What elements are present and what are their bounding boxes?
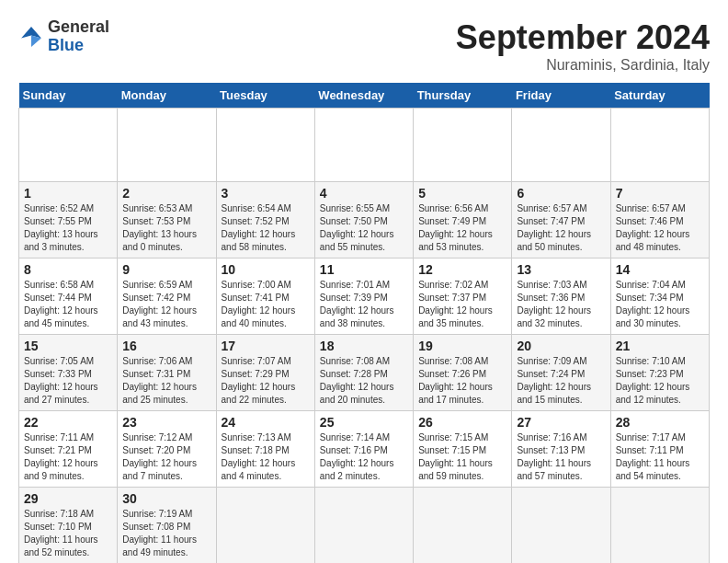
day-info: Sunrise: 6:54 AMSunset: 7:52 PMDaylight:… (222, 202, 310, 254)
day-info: Sunrise: 6:53 AMSunset: 7:53 PMDaylight:… (122, 202, 210, 254)
day-info: Sunrise: 7:11 AMSunset: 7:21 PMDaylight:… (24, 431, 112, 483)
calendar-day: 21Sunrise: 7:10 AMSunset: 7:23 PMDayligh… (610, 335, 709, 411)
weekday-header-thursday: Thursday (414, 83, 512, 109)
location: Nuraminis, Sardinia, Italy (456, 57, 710, 74)
day-number: 18 (320, 339, 408, 353)
day-info: Sunrise: 7:17 AMSunset: 7:11 PMDaylight:… (616, 431, 704, 483)
day-number: 20 (517, 339, 605, 353)
calendar-day: 3Sunrise: 6:54 AMSunset: 7:52 PMDaylight… (216, 182, 314, 259)
calendar-day (414, 488, 512, 564)
calendar-day: 14Sunrise: 7:04 AMSunset: 7:34 PMDayligh… (610, 259, 709, 335)
day-info: Sunrise: 6:56 AMSunset: 7:49 PMDaylight:… (418, 202, 506, 254)
day-number: 15 (24, 339, 112, 353)
calendar-day (314, 488, 413, 564)
day-info: Sunrise: 7:09 AMSunset: 7:24 PMDaylight:… (517, 355, 605, 407)
day-info: Sunrise: 7:14 AMSunset: 7:16 PMDaylight:… (320, 431, 408, 483)
calendar-day: 4Sunrise: 6:55 AMSunset: 7:50 PMDaylight… (314, 182, 413, 259)
day-info: Sunrise: 6:55 AMSunset: 7:50 PMDaylight:… (320, 202, 408, 254)
day-number: 16 (122, 339, 210, 353)
day-number: 17 (222, 339, 310, 353)
day-info: Sunrise: 7:08 AMSunset: 7:28 PMDaylight:… (320, 355, 408, 407)
day-number: 7 (616, 186, 704, 201)
weekday-header-monday: Monday (118, 83, 216, 109)
calendar-day: 11Sunrise: 7:01 AMSunset: 7:39 PMDayligh… (314, 259, 413, 335)
day-info: Sunrise: 7:02 AMSunset: 7:37 PMDaylight:… (418, 279, 506, 330)
calendar-table: SundayMondayTuesdayWednesdayThursdayFrid… (18, 83, 710, 563)
day-number: 19 (418, 339, 506, 353)
day-number: 2 (122, 186, 210, 201)
calendar-day: 7Sunrise: 6:57 AMSunset: 7:46 PMDaylight… (610, 182, 709, 259)
day-number: 28 (616, 415, 704, 430)
day-number: 8 (24, 262, 112, 277)
calendar-day: 22Sunrise: 7:11 AMSunset: 7:21 PMDayligh… (19, 411, 118, 488)
calendar-day: 30Sunrise: 7:19 AMSunset: 7:08 PMDayligh… (118, 488, 216, 564)
day-number: 13 (517, 262, 605, 277)
weekday-header-tuesday: Tuesday (216, 83, 314, 109)
day-info: Sunrise: 6:58 AMSunset: 7:44 PMDaylight:… (24, 279, 112, 330)
day-number: 25 (320, 415, 408, 430)
calendar-week-4: 15Sunrise: 7:05 AMSunset: 7:33 PMDayligh… (19, 335, 710, 411)
day-number: 10 (222, 262, 310, 277)
day-number: 9 (122, 262, 210, 277)
day-info: Sunrise: 7:01 AMSunset: 7:39 PMDaylight:… (320, 279, 408, 330)
day-info: Sunrise: 7:13 AMSunset: 7:18 PMDaylight:… (222, 431, 310, 483)
calendar-day: 13Sunrise: 7:03 AMSunset: 7:36 PMDayligh… (512, 259, 610, 335)
calendar-day: 6Sunrise: 6:57 AMSunset: 7:47 PMDaylight… (512, 182, 610, 259)
calendar-day (610, 488, 709, 564)
day-info: Sunrise: 7:12 AMSunset: 7:20 PMDaylight:… (122, 431, 210, 483)
day-number: 29 (24, 491, 112, 506)
day-info: Sunrise: 6:59 AMSunset: 7:42 PMDaylight:… (122, 279, 210, 330)
calendar-day (610, 109, 709, 182)
day-info: Sunrise: 6:57 AMSunset: 7:47 PMDaylight:… (517, 202, 605, 254)
day-info: Sunrise: 7:10 AMSunset: 7:23 PMDaylight:… (616, 355, 704, 407)
day-info: Sunrise: 7:15 AMSunset: 7:15 PMDaylight:… (418, 431, 506, 483)
day-number: 5 (418, 186, 506, 201)
calendar-day: 23Sunrise: 7:12 AMSunset: 7:20 PMDayligh… (118, 411, 216, 488)
day-number: 30 (122, 491, 210, 506)
calendar-day: 15Sunrise: 7:05 AMSunset: 7:33 PMDayligh… (19, 335, 118, 411)
calendar-day: 28Sunrise: 7:17 AMSunset: 7:11 PMDayligh… (610, 411, 709, 488)
day-number: 6 (517, 186, 605, 201)
calendar-day (118, 109, 216, 182)
day-number: 14 (616, 262, 704, 277)
day-info: Sunrise: 7:18 AMSunset: 7:10 PMDaylight:… (24, 508, 112, 559)
calendar-day: 16Sunrise: 7:06 AMSunset: 7:31 PMDayligh… (118, 335, 216, 411)
calendar-day: 5Sunrise: 6:56 AMSunset: 7:49 PMDaylight… (414, 182, 512, 259)
calendar-week-1 (19, 109, 710, 182)
calendar-week-3: 8Sunrise: 6:58 AMSunset: 7:44 PMDaylight… (19, 259, 710, 335)
day-info: Sunrise: 6:57 AMSunset: 7:46 PMDaylight:… (616, 202, 704, 254)
day-info: Sunrise: 6:52 AMSunset: 7:55 PMDaylight:… (24, 202, 112, 254)
calendar-day: 24Sunrise: 7:13 AMSunset: 7:18 PMDayligh… (216, 411, 314, 488)
calendar-day: 12Sunrise: 7:02 AMSunset: 7:37 PMDayligh… (414, 259, 512, 335)
page-header: General Blue September 2024 Nuraminis, S… (18, 18, 710, 74)
calendar-day: 29Sunrise: 7:18 AMSunset: 7:10 PMDayligh… (19, 488, 118, 564)
calendar-day: 18Sunrise: 7:08 AMSunset: 7:28 PMDayligh… (314, 335, 413, 411)
day-number: 23 (122, 415, 210, 430)
calendar-day (216, 109, 314, 182)
calendar-day: 17Sunrise: 7:07 AMSunset: 7:29 PMDayligh… (216, 335, 314, 411)
day-info: Sunrise: 7:16 AMSunset: 7:13 PMDaylight:… (517, 431, 605, 483)
calendar-week-6: 29Sunrise: 7:18 AMSunset: 7:10 PMDayligh… (19, 488, 710, 564)
day-info: Sunrise: 7:05 AMSunset: 7:33 PMDaylight:… (24, 355, 112, 407)
calendar-day (314, 109, 413, 182)
day-info: Sunrise: 7:06 AMSunset: 7:31 PMDaylight:… (122, 355, 210, 407)
calendar-week-2: 1Sunrise: 6:52 AMSunset: 7:55 PMDaylight… (19, 182, 710, 259)
weekday-header-row: SundayMondayTuesdayWednesdayThursdayFrid… (19, 83, 710, 109)
calendar-day (512, 488, 610, 564)
title-area: September 2024 Nuraminis, Sardinia, Ital… (456, 18, 710, 74)
calendar-day: 27Sunrise: 7:16 AMSunset: 7:13 PMDayligh… (512, 411, 610, 488)
day-number: 4 (320, 186, 408, 201)
calendar-day: 19Sunrise: 7:08 AMSunset: 7:26 PMDayligh… (414, 335, 512, 411)
day-number: 24 (222, 415, 310, 430)
month-title: September 2024 (456, 18, 710, 57)
logo-icon (18, 24, 44, 50)
calendar-day: 1Sunrise: 6:52 AMSunset: 7:55 PMDaylight… (19, 182, 118, 259)
calendar-day (19, 109, 118, 182)
calendar-day: 9Sunrise: 6:59 AMSunset: 7:42 PMDaylight… (118, 259, 216, 335)
weekday-header-friday: Friday (512, 83, 610, 109)
weekday-header-sunday: Sunday (19, 83, 118, 109)
day-info: Sunrise: 7:04 AMSunset: 7:34 PMDaylight:… (616, 279, 704, 330)
weekday-header-wednesday: Wednesday (314, 83, 413, 109)
day-number: 12 (418, 262, 506, 277)
calendar-day: 2Sunrise: 6:53 AMSunset: 7:53 PMDaylight… (118, 182, 216, 259)
